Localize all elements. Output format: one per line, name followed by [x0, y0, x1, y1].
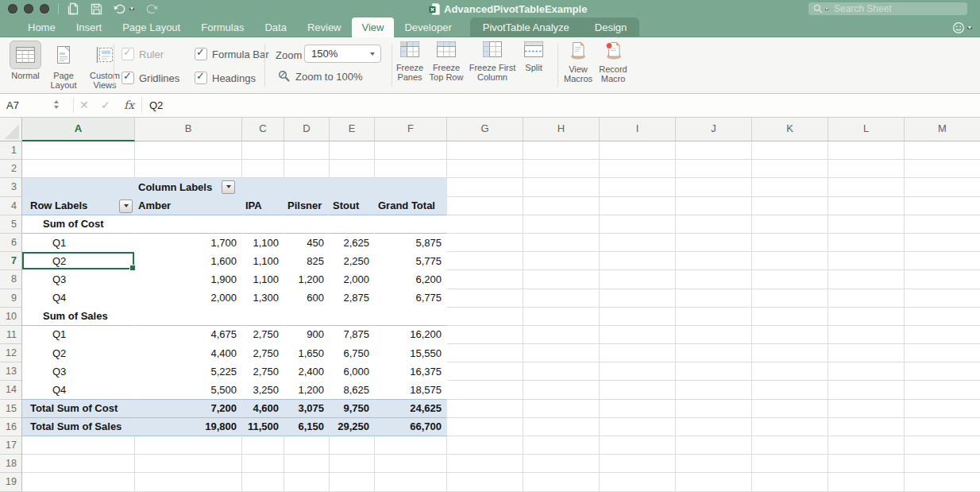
fullscreen-button[interactable]	[40, 4, 49, 14]
headings-checkbox[interactable]: ✓ Headings	[195, 72, 256, 84]
cell-I7[interactable]	[600, 252, 676, 270]
cell-H16[interactable]	[523, 418, 600, 436]
cell-A7[interactable]: Q2	[22, 252, 135, 270]
cell-M4[interactable]	[905, 197, 980, 215]
cell-L3[interactable]	[828, 178, 905, 196]
cell-L16[interactable]	[828, 418, 905, 436]
cell-H1[interactable]	[523, 141, 600, 160]
cell-A15[interactable]: Total Sum of Cost	[22, 400, 135, 418]
view-macros-button[interactable]: View Macros	[559, 41, 597, 83]
tab-formulas[interactable]: Formulas	[191, 17, 254, 37]
close-button[interactable]	[8, 4, 17, 14]
row-header-14[interactable]: 14	[0, 381, 22, 399]
cell-E11[interactable]: 7,875	[330, 326, 375, 344]
cell-K17[interactable]	[752, 436, 828, 455]
row-header-11[interactable]: 11	[0, 326, 22, 344]
cell-E10[interactable]	[330, 308, 375, 326]
cell-M17[interactable]	[905, 436, 980, 455]
cell-H9[interactable]	[523, 289, 600, 308]
cell-B7[interactable]: 1,600	[135, 252, 242, 270]
cell-H15[interactable]	[523, 400, 600, 418]
row-header-10[interactable]: 10	[0, 308, 22, 326]
sheet-search-input[interactable]: Search Sheet	[808, 2, 967, 15]
cell-L14[interactable]	[828, 381, 905, 399]
cell-F12[interactable]: 15,550	[375, 344, 447, 362]
cell-K16[interactable]	[752, 418, 828, 436]
name-box[interactable]: A7	[6, 94, 19, 117]
cell-D15[interactable]: 3,075	[284, 400, 330, 418]
cell-D17[interactable]	[284, 436, 330, 455]
tab-data[interactable]: Data	[254, 17, 296, 37]
cell-A12[interactable]: Q2	[22, 344, 135, 362]
cell-F2[interactable]	[375, 160, 447, 178]
cell-G8[interactable]	[447, 270, 523, 289]
freeze-first-column-button[interactable]: Freeze First Column	[461, 41, 523, 82]
tab-view[interactable]: View	[352, 17, 395, 37]
cell-F4[interactable]: Grand Total	[375, 197, 447, 215]
tab-home[interactable]: Home	[17, 17, 66, 37]
cell-E9[interactable]: 2,875	[330, 289, 375, 308]
row-header-9[interactable]: 9	[0, 289, 22, 308]
redo-icon[interactable]	[145, 3, 158, 14]
cell-F17[interactable]	[375, 436, 447, 455]
cell-J14[interactable]	[676, 381, 752, 399]
row-header-6[interactable]: 6	[0, 234, 22, 252]
cell-K19[interactable]	[752, 473, 828, 491]
cell-A1[interactable]	[22, 141, 135, 160]
row-header-7[interactable]: 7	[0, 252, 22, 270]
col-header-H[interactable]: H	[523, 118, 600, 141]
cell-H3[interactable]	[523, 178, 600, 196]
cell-D19[interactable]	[284, 473, 330, 491]
cell-J10[interactable]	[676, 308, 752, 326]
cell-F9[interactable]: 6,775	[375, 289, 447, 308]
row-header-1[interactable]: 1	[0, 141, 22, 160]
cell-A5[interactable]: Sum of Cost	[22, 215, 135, 234]
freeze-top-row-button[interactable]: Freeze Top Row	[426, 41, 466, 82]
zoom-dropdown[interactable]: 150%	[304, 45, 381, 63]
cell-D12[interactable]: 1,650	[284, 344, 330, 362]
row-header-4[interactable]: 4	[0, 197, 22, 215]
cell-A3[interactable]	[22, 178, 135, 196]
cell-M9[interactable]	[905, 289, 980, 308]
record-macro-button[interactable]: Record Macro	[593, 41, 633, 83]
cell-J3[interactable]	[676, 178, 752, 196]
cell-K3[interactable]	[752, 178, 828, 196]
cell-A9[interactable]: Q4	[22, 289, 135, 308]
col-header-A[interactable]: A	[22, 118, 135, 141]
cell-A8[interactable]: Q3	[22, 270, 135, 289]
cell-I18[interactable]	[600, 455, 676, 473]
cell-H19[interactable]	[523, 473, 600, 491]
cell-M3[interactable]	[905, 178, 980, 196]
cell-I6[interactable]	[600, 234, 676, 252]
cell-E19[interactable]	[330, 473, 375, 491]
cell-G6[interactable]	[447, 234, 523, 252]
row-header-15[interactable]: 15	[0, 400, 22, 418]
col-header-E[interactable]: E	[330, 118, 375, 141]
cell-C15[interactable]: 4,600	[242, 400, 284, 418]
cell-M8[interactable]	[905, 270, 980, 289]
cell-J11[interactable]	[676, 326, 752, 344]
cell-G1[interactable]	[447, 141, 523, 160]
cell-B17[interactable]	[135, 436, 242, 455]
cell-I11[interactable]	[600, 326, 676, 344]
ruler-checkbox[interactable]: ✓ Ruler	[122, 48, 164, 60]
cell-D13[interactable]: 2,400	[284, 362, 330, 381]
cell-K1[interactable]	[752, 141, 828, 160]
row-header-16[interactable]: 16	[0, 418, 22, 436]
cell-L18[interactable]	[828, 455, 905, 473]
cell-G11[interactable]	[447, 326, 523, 344]
cell-G15[interactable]	[447, 400, 523, 418]
cell-F11[interactable]: 16,200	[375, 326, 447, 344]
cell-M16[interactable]	[905, 418, 980, 436]
cell-D5[interactable]	[284, 215, 330, 234]
cell-E18[interactable]	[330, 455, 375, 473]
cell-M14[interactable]	[905, 381, 980, 399]
gridlines-checkbox[interactable]: ✓ Gridlines	[122, 72, 179, 84]
cell-K13[interactable]	[752, 362, 828, 381]
cell-E16[interactable]: 29,250	[330, 418, 375, 436]
cell-A13[interactable]: Q3	[22, 362, 135, 381]
cell-E1[interactable]	[330, 141, 375, 160]
cell-B12[interactable]: 4,400	[135, 344, 242, 362]
cell-J17[interactable]	[676, 436, 752, 455]
cell-A10[interactable]: Sum of Sales	[22, 308, 135, 326]
